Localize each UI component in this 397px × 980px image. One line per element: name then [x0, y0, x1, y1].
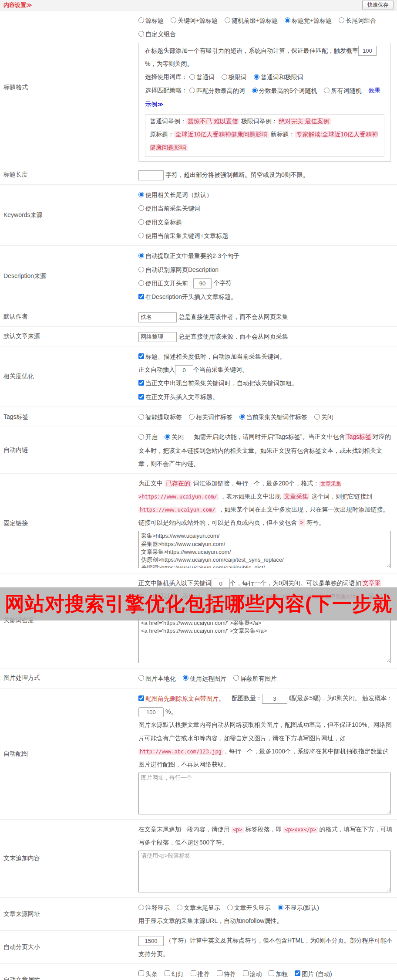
append-content-textarea[interactable]	[138, 851, 391, 892]
checkbox-attr-headline-input[interactable]	[138, 970, 144, 976]
radio-innerlink-off-input[interactable]	[165, 434, 170, 440]
radio-original-description[interactable]: 自动识别原网页Description	[138, 266, 219, 273]
radio-keywords-plus-title[interactable]: 使用当前采集关键词+文章标题	[138, 232, 228, 239]
radio-longtail-combo[interactable]: 长尾词组合	[339, 17, 376, 24]
radio-source-end[interactable]: 文章末尾显示	[177, 904, 220, 911]
radio-clickbait-title[interactable]: 标题党+源标题	[285, 17, 332, 24]
checkbox-insert-title-body[interactable]: 在正文开头插入文章标题。	[138, 393, 219, 400]
checkbox-insert-title-body-input[interactable]	[138, 394, 144, 400]
radio-related-word-tags-input[interactable]	[189, 414, 195, 420]
fixed-links-textarea[interactable]: 采集>https://www.ucaiyun.com/ 采集器>https://…	[138, 531, 391, 568]
radio-current-keyword-tags[interactable]: 当前采集关键词作标签	[239, 413, 307, 420]
checkbox-attr-bold-input[interactable]	[269, 970, 274, 976]
checkbox-attr-scroll[interactable]: 滚动	[243, 970, 262, 977]
radio-current-keywords[interactable]: 使用当前采集关键词	[138, 204, 200, 211]
radio-all-random[interactable]: 所有词随机	[324, 87, 361, 94]
image-probability-input[interactable]	[138, 707, 164, 717]
radio-extreme-words[interactable]: 极限词	[222, 73, 247, 80]
auto-image-textarea[interactable]	[138, 773, 391, 814]
checkbox-bold-keywords[interactable]: 当正文中出现当前采集关键词时，自动把该关键词加粗。	[138, 379, 298, 386]
radio-keyword-title-input[interactable]	[171, 17, 176, 23]
image-count-input[interactable]	[262, 694, 287, 704]
radio-related-word-tags[interactable]: 相关词作标签	[189, 413, 232, 420]
radio-source-comment-input[interactable]	[138, 905, 144, 910]
default-author-input[interactable]	[138, 312, 177, 322]
radio-source-hidden-input[interactable]	[278, 905, 283, 910]
radio-remote-images[interactable]: 使用远程图片	[183, 675, 226, 682]
radio-localize-images-input[interactable]	[138, 675, 144, 681]
radio-source-end-input[interactable]	[177, 905, 182, 910]
checkbox-attr-slide-input[interactable]	[165, 970, 170, 976]
radio-innerlink-on-input[interactable]	[138, 434, 144, 440]
radio-highest-score[interactable]: 匹配分数最高的词	[189, 87, 245, 94]
radio-top5-random[interactable]: 分数最高的5个词随机	[252, 87, 317, 94]
radio-source-hidden[interactable]: 不显示(默认)	[278, 904, 319, 911]
radio-smart-tags[interactable]: 智能提取标签	[138, 413, 182, 420]
radio-keywords-plus-title-input[interactable]	[138, 233, 144, 238]
pagination-size-input[interactable]	[138, 936, 164, 946]
checkbox-attr-special-input[interactable]	[217, 970, 222, 976]
radio-prefix-title-input[interactable]	[225, 17, 230, 23]
radio-normal-words-input[interactable]	[189, 74, 195, 80]
radio-related-longtail[interactable]: 使用相关长尾词（默认）	[138, 191, 212, 198]
radio-remote-images-input[interactable]	[183, 675, 188, 681]
default-origin-input[interactable]	[138, 332, 177, 342]
radio-both-words-input[interactable]	[254, 74, 259, 80]
radio-source-title-input[interactable]	[138, 17, 144, 23]
radio-tags-off-input[interactable]	[314, 414, 320, 420]
keyword-density-textarea[interactable]: <a href='https://www.ucaiyun.com/' >采集器<…	[138, 618, 391, 663]
title-length-input[interactable]	[138, 170, 164, 180]
radio-auto-extract[interactable]: 自动提取正文中最重要的2-3个句子	[138, 252, 239, 259]
checkbox-attr-image[interactable]: 图片 (自动)	[295, 970, 332, 977]
checkbox-attr-image-input[interactable]	[295, 970, 300, 976]
radio-source-start-input[interactable]	[227, 905, 233, 910]
radio-auto-extract-input[interactable]	[138, 253, 144, 258]
radio-all-random-input[interactable]	[324, 88, 330, 93]
checkbox-insert-title-description[interactable]: 在Description开头插入文章标题。	[138, 293, 237, 300]
radio-custom-combo[interactable]: 自定义组合	[138, 30, 176, 37]
checkbox-low-relevance-input[interactable]	[138, 353, 144, 359]
checkbox-bold-keywords-input[interactable]	[138, 380, 144, 386]
radio-first-chars-input[interactable]	[138, 280, 144, 286]
radio-related-longtail-input[interactable]	[138, 192, 144, 197]
checkbox-attr-headline[interactable]: 头条	[138, 970, 158, 977]
checkbox-low-relevance[interactable]: 标题、描述相关度低时，自动添加当前采集关键词。	[138, 353, 286, 359]
radio-first-chars[interactable]: 使用正文开头前	[138, 279, 188, 286]
radio-longtail-combo-input[interactable]	[339, 17, 344, 23]
checkbox-attr-recommend-input[interactable]	[191, 970, 196, 976]
radio-extreme-words-input[interactable]	[222, 74, 227, 80]
radio-article-title-input[interactable]	[138, 219, 144, 225]
radio-clickbait-title-input[interactable]	[285, 17, 290, 23]
radio-source-title[interactable]: 源标题	[138, 17, 164, 24]
radio-both-words[interactable]: 普通词和极限词	[254, 73, 303, 80]
trigger-probability-input[interactable]	[358, 46, 377, 56]
checkbox-attr-bold[interactable]: 加粗	[269, 970, 288, 977]
radio-prefix-title[interactable]: 随机前缀+源标题	[225, 17, 278, 24]
radio-tags-off[interactable]: 关闭	[314, 413, 333, 420]
radio-smart-tags-input[interactable]	[138, 414, 144, 420]
checkbox-attr-special[interactable]: 特荐	[217, 970, 236, 977]
first-chars-count-input[interactable]	[193, 278, 212, 288]
checkbox-delete-original-images-input[interactable]	[138, 695, 144, 701]
radio-highest-score-input[interactable]	[189, 88, 195, 93]
radio-current-keyword-tags-input[interactable]	[239, 414, 245, 420]
radio-keyword-title[interactable]: 关键词+源标题	[171, 17, 218, 24]
radio-innerlink-on[interactable]: 开启	[138, 433, 158, 440]
radio-custom-combo-input[interactable]	[138, 31, 144, 37]
checkbox-attr-recommend[interactable]: 推荐	[191, 970, 210, 977]
radio-normal-words[interactable]: 普通词	[189, 73, 215, 80]
checkbox-delete-original-images[interactable]: 配图前先删除原文自带图片。	[138, 695, 225, 702]
radio-current-keywords-input[interactable]	[138, 205, 144, 211]
radio-top5-random-input[interactable]	[252, 88, 258, 93]
checkbox-insert-title-description-input[interactable]	[138, 294, 144, 299]
radio-source-start[interactable]: 文章开头显示	[227, 904, 271, 911]
radio-article-title[interactable]: 使用文章标题	[138, 218, 182, 225]
radio-block-images-input[interactable]	[233, 675, 239, 681]
auto-insert-keywords-input[interactable]	[175, 365, 193, 375]
radio-innerlink-off[interactable]: 关闭	[165, 433, 184, 440]
checkbox-attr-slide[interactable]: 幻灯	[165, 970, 184, 977]
radio-source-comment[interactable]: 注释显示	[138, 904, 170, 911]
radio-localize-images[interactable]: 图片本地化	[138, 675, 176, 682]
radio-block-images[interactable]: 屏蔽所有图片	[233, 675, 277, 682]
quick-save-button[interactable]: 快速保存	[362, 0, 394, 10]
